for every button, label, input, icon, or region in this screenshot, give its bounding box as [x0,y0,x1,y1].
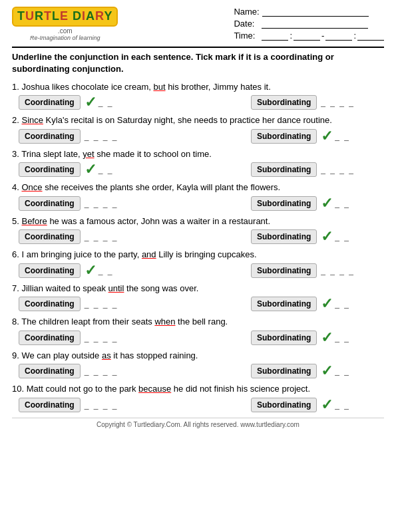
subord-side-2: Subordinating✓_ _ [251,129,384,144]
sentence-block-3: 3. Trina slept late, yet she made it to … [12,148,384,178]
subord-checkmark: ✓ [321,297,333,311]
coord-side-7: Coordinating_ _ _ _ [19,297,152,311]
coord-checkmark: ✓ [85,162,97,177]
answer-row-10: Coordinating_ _ _ _Subordinating✓_ _ [19,398,384,412]
coord-checkmark: ✓ [85,263,97,278]
conjunction-1: but [153,82,165,92]
sentence-block-2: 2. Since Kyla's recital is on Saturday n… [12,114,384,144]
coord-button-1[interactable]: Coordinating [19,95,81,110]
answer-row-3: Coordinating✓_ _Subordinating_ _ _ _ [19,162,384,177]
conjunction-6: and [142,249,156,259]
coord-side-3: Coordinating✓_ _ [19,162,152,177]
sentences-container: 1. Joshua likes chocolate ice cream, but… [12,80,384,412]
coord-side-8: Coordinating_ _ _ _ [19,331,152,345]
sentence-block-5: 5. Before he was a famous actor, John wa… [12,215,384,245]
coord-button-3[interactable]: Coordinating [19,162,81,177]
sentence-text-7: 7. Jillian waited to speak until the son… [12,282,384,295]
subord-checkmark: ✓ [321,398,333,412]
conjunction-7: until [108,283,124,293]
conjunction-5: Before [21,216,47,226]
answer-row-9: Coordinating_ _ _ _Subordinating✓_ _ [19,364,384,378]
footer: Copyright © Turtlediary.Com. All rights … [12,418,384,428]
sentence-block-10: 10. Matt could not go to the park becaus… [12,382,384,412]
time-field: Time: : - : [234,31,384,41]
coord-button-9[interactable]: Coordinating [19,364,81,378]
date-field: Date: [234,19,384,29]
conjunction-8: when [154,317,175,327]
coord-side-2: Coordinating_ _ _ _ [19,129,152,144]
answer-row-5: Coordinating_ _ _ _Subordinating✓_ _ [19,229,384,244]
answer-row-8: Coordinating_ _ _ _Subordinating✓_ _ [19,331,384,345]
subord-button-6[interactable]: Subordinating [251,263,317,278]
sentence-text-5: 5. Before he was a famous actor, John wa… [12,215,384,228]
subord-button-2[interactable]: Subordinating [251,129,317,144]
conjunction-10: because [138,384,171,394]
header: TURTLE DIARY .com Re-Imagination of lear… [12,7,384,41]
conjunction-4: Once [21,182,42,192]
coord-button-4[interactable]: Coordinating [19,196,81,211]
sentence-block-1: 1. Joshua likes chocolate ice cream, but… [12,80,384,110]
subord-checkmark: ✓ [321,129,333,144]
subord-side-3: Subordinating_ _ _ _ [251,162,384,177]
sentence-text-4: 4. Once she receives the plants she orde… [12,181,384,194]
coord-button-7[interactable]: Coordinating [19,297,81,311]
logo: TURTLE DIARY [12,7,118,27]
instructions: Underline the conjunction in each senten… [12,47,384,75]
answer-row-4: Coordinating_ _ _ _Subordinating✓_ _ [19,196,384,211]
sentence-text-1: 1. Joshua likes chocolate ice cream, but… [12,80,384,94]
subord-checkmark: ✓ [321,364,333,378]
sentence-block-8: 8. The children leapt from their seats w… [12,315,384,345]
subord-side-1: Subordinating_ _ _ _ [251,95,384,110]
answer-row-7: Coordinating_ _ _ _Subordinating✓_ _ [19,297,384,311]
subord-checkmark: ✓ [321,196,333,211]
form-fields: Name: Date: Time: : - : [234,7,384,41]
subord-button-9[interactable]: Subordinating [251,364,317,378]
coord-button-2[interactable]: Coordinating [19,129,81,144]
coord-button-6[interactable]: Coordinating [19,263,81,278]
subord-button-8[interactable]: Subordinating [251,331,317,345]
logo-com: .com [58,27,73,35]
coord-checkmark: ✓ [85,95,97,110]
logo-area: TURTLE DIARY .com Re-Imagination of lear… [12,7,118,41]
answer-row-2: Coordinating_ _ _ _Subordinating✓_ _ [19,129,384,144]
coord-side-1: Coordinating✓_ _ [19,95,152,110]
sentence-text-8: 8. The children leapt from their seats w… [12,315,384,329]
subord-button-5[interactable]: Subordinating [251,229,317,244]
sentence-text-2: 2. Since Kyla's recital is on Saturday n… [12,114,384,127]
logo-tagline: Re-Imagination of learning [30,35,100,41]
subord-side-6: Subordinating_ _ _ _ [251,263,384,278]
subord-button-4[interactable]: Subordinating [251,196,317,211]
coord-side-6: Coordinating✓_ _ [19,263,152,278]
answer-row-6: Coordinating✓_ _Subordinating_ _ _ _ [19,263,384,278]
coord-button-10[interactable]: Coordinating [19,398,81,412]
sentence-text-6: 6. I am bringing juice to the party, and… [12,248,384,261]
sentence-block-4: 4. Once she receives the plants she orde… [12,181,384,211]
coord-button-5[interactable]: Coordinating [19,229,81,244]
name-field: Name: [234,7,384,17]
sentence-block-6: 6. I am bringing juice to the party, and… [12,248,384,278]
subord-side-9: Subordinating✓_ _ [251,364,384,378]
subord-checkmark: ✓ [321,331,333,345]
subord-checkmark: ✓ [321,229,333,244]
conjunction-2: Since [21,115,43,125]
subord-side-4: Subordinating✓_ _ [251,196,384,211]
coord-button-8[interactable]: Coordinating [19,331,81,345]
subord-side-7: Subordinating✓_ _ [251,297,384,311]
sentence-block-7: 7. Jillian waited to speak until the son… [12,282,384,312]
sentence-text-10: 10. Matt could not go to the park becaus… [12,382,384,396]
coord-side-10: Coordinating_ _ _ _ [19,398,152,412]
sentence-text-3: 3. Trina slept late, yet she made it to … [12,148,384,161]
coord-side-5: Coordinating_ _ _ _ [19,229,152,244]
conjunction-9: as [102,350,111,360]
coord-side-9: Coordinating_ _ _ _ [19,364,152,378]
conjunction-3: yet [83,149,94,159]
subord-button-3[interactable]: Subordinating [251,162,317,177]
subord-button-10[interactable]: Subordinating [251,398,317,412]
sentence-block-9: 9. We can play outside as it has stopped… [12,349,384,379]
subord-button-7[interactable]: Subordinating [251,297,317,311]
subord-side-10: Subordinating✓_ _ [251,398,384,412]
subord-side-8: Subordinating✓_ _ [251,331,384,345]
answer-row-1: Coordinating✓_ _Subordinating_ _ _ _ [19,95,384,110]
subord-button-1[interactable]: Subordinating [251,95,317,110]
subord-side-5: Subordinating✓_ _ [251,229,384,244]
